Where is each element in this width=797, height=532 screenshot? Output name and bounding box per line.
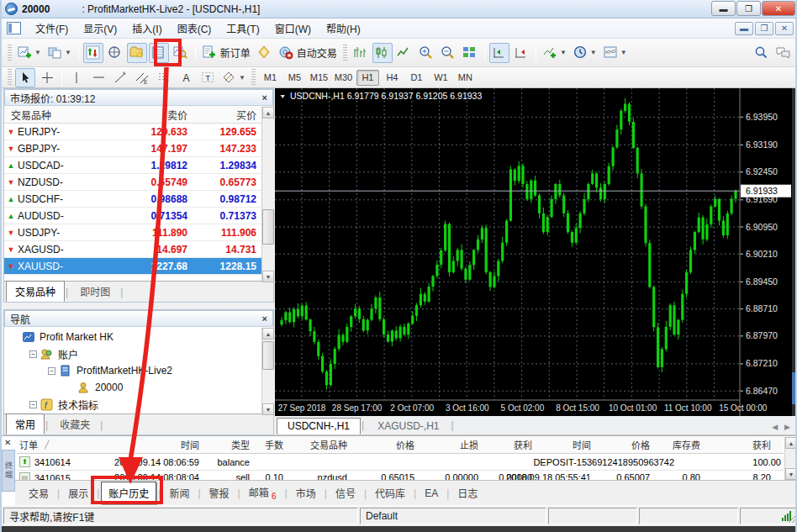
metaeditor-button[interactable] — [255, 43, 275, 63]
vertical-line-tool-button[interactable] — [66, 68, 87, 87]
navigator-tab-0[interactable]: 常用 — [6, 413, 45, 435]
menu-item-4[interactable]: 工具(T) — [219, 21, 267, 38]
menu-item-5[interactable]: 窗口(W) — [267, 21, 319, 38]
header-cell-3[interactable]: 手数 — [252, 436, 286, 453]
terminal-button[interactable] — [149, 43, 169, 63]
new-order-button[interactable]: 新订单 — [200, 43, 253, 63]
menu-item-1[interactable]: 显示(V) — [76, 21, 124, 38]
terminal-tab-3[interactable]: 新闻 — [162, 482, 196, 503]
market-watch-row[interactable]: ▼EURJPY-129.633129.655 — [4, 124, 273, 140]
community-chat-button[interactable] — [773, 43, 793, 63]
terminal-tab-7[interactable]: 信号 — [329, 482, 362, 503]
timeframe-button-w1[interactable]: W1 — [430, 70, 452, 86]
auto-trading-button[interactable]: 自动交易 — [277, 43, 340, 63]
chart-tab-1[interactable]: XAGUSD-,H1 — [367, 418, 450, 435]
timeframe-button-h4[interactable]: H4 — [381, 70, 404, 86]
child-restore-button[interactable]: ❐ — [755, 22, 773, 35]
bar-chart-button[interactable] — [351, 43, 371, 63]
cursor-tool-button[interactable] — [15, 68, 35, 87]
header-cell-0[interactable]: 订单╱ — [17, 436, 87, 453]
candlestick-button[interactable] — [372, 43, 393, 63]
line-chart-button[interactable] — [394, 43, 414, 63]
navigator-scrollbar[interactable]: ▲ ▼ — [261, 328, 274, 415]
market-watch-close-icon[interactable]: × — [262, 92, 267, 103]
market-watch-scrollbar[interactable]: ▲ ▼ — [261, 107, 274, 282]
chart-tab-scroll[interactable]: ◀▶ — [772, 423, 790, 435]
terminal-tab-2[interactable]: 账户历史 — [101, 482, 156, 504]
search-button[interactable] — [751, 43, 771, 63]
market-watch-row[interactable]: ▼XAUUSD-1227.681228.15 — [4, 258, 273, 275]
periods-button[interactable]: ▼ — [571, 43, 599, 63]
timeframe-button-m30[interactable]: M30 — [332, 70, 355, 86]
minimize-button[interactable]: ▬ — [711, 1, 736, 16]
templates-button[interactable]: ▼ — [601, 43, 630, 63]
text-tool-button[interactable]: A — [176, 68, 196, 87]
strategy-tester-button[interactable] — [171, 43, 191, 63]
tree-collapse-icon[interactable]: − — [29, 401, 37, 408]
profiles-button[interactable]: ▼ — [45, 43, 74, 63]
header-cell-5[interactable]: 价格 — [350, 436, 417, 453]
terminal-scrollbar[interactable]: ▲ ▼ — [784, 437, 797, 480]
timeframe-button-m15[interactable]: M15 — [308, 70, 330, 86]
terminal-tab-8[interactable]: 代码库 — [368, 482, 412, 503]
indicators-button[interactable]: ▼ — [541, 43, 569, 63]
timeframe-button-m1[interactable]: M1 — [259, 70, 282, 86]
header-cell-11[interactable]: 获利 — [703, 436, 773, 453]
horizontal-line-tool-button[interactable] — [88, 68, 108, 87]
header-cell-10[interactable]: 库存费 — [652, 436, 703, 453]
navigator-tab-1[interactable]: 收藏夹 — [50, 413, 99, 435]
terminal-tab-1[interactable]: 展示 — [61, 482, 95, 503]
header-cell-9[interactable]: 价格 — [594, 436, 652, 453]
chart-window-icon[interactable] — [7, 22, 21, 34]
menu-item-0[interactable]: 文件(F) — [28, 21, 76, 38]
header-cell-6[interactable]: 止损 — [417, 436, 481, 453]
scroll-left-icon[interactable]: ◀ — [772, 423, 778, 431]
channel-tool-button[interactable]: E — [132, 68, 152, 87]
tile-windows-button[interactable] — [460, 43, 480, 63]
navigator-item-2[interactable]: −ProfitMarketHK-Live2 — [4, 362, 273, 379]
crosshair-tool-button[interactable] — [37, 68, 57, 87]
data-window-button[interactable] — [105, 43, 125, 63]
chart-shift-button[interactable] — [511, 43, 531, 63]
terminal-close-icon[interactable]: ✕ — [4, 438, 11, 447]
market-watch-button[interactable] — [83, 43, 103, 63]
restore-button[interactable]: ❐ — [736, 1, 761, 16]
terminal-tab-9[interactable]: EA — [418, 484, 445, 503]
child-minimize-button[interactable]: ▬ — [735, 22, 753, 35]
terminal-tab-5[interactable]: 邮箱 6 — [242, 482, 283, 504]
zoom-in-button[interactable] — [416, 43, 436, 63]
market-watch-row[interactable]: ▼XAGUSD-14.69714.731 — [4, 241, 273, 258]
shapes-tool-button[interactable]: ▼ — [219, 68, 248, 87]
menu-item-6[interactable]: 帮助(H) — [319, 21, 368, 38]
timeframe-button-h1[interactable]: H1 — [356, 70, 379, 86]
navigator-item-4[interactable]: −f技术指标 — [4, 396, 273, 413]
header-cell-8[interactable]: 时间 — [535, 436, 594, 453]
menu-item-3[interactable]: 图表(C) — [170, 21, 219, 38]
tree-collapse-icon[interactable]: − — [48, 367, 55, 375]
trendline-tool-button[interactable] — [110, 68, 130, 87]
terminal-tab-6[interactable]: 市场 — [289, 482, 323, 503]
market-watch-row[interactable]: ▼GBPJPY-147.197147.233 — [4, 140, 273, 157]
terminal-grip[interactable]: 终端 — [2, 450, 15, 492]
price-chart[interactable]: 6.939506.931906.924506.916906.909506.902… — [275, 88, 792, 416]
market-watch-row[interactable]: ▲AUDUSD-0.713540.71373 — [4, 208, 273, 224]
timeframe-button-d1[interactable]: D1 — [405, 70, 428, 86]
terminal-tab-10[interactable]: 日志 — [451, 482, 484, 503]
scroll-right-icon[interactable]: ▶ — [784, 423, 790, 431]
header-cell-4[interactable]: 交易品种 — [286, 436, 350, 453]
market-watch-row[interactable]: ▲USDCHF-0.986880.98712 — [4, 191, 273, 208]
header-cell-1[interactable]: 时间 — [87, 436, 202, 453]
child-close-button[interactable]: ✕ — [775, 22, 794, 35]
market-watch-tab-1[interactable]: 即时图 — [71, 281, 119, 302]
resize-grip[interactable] — [787, 513, 797, 524]
new-chart-button[interactable]: ▼ — [15, 43, 44, 63]
timeframe-button-mn[interactable]: MN — [454, 70, 477, 86]
market-watch-row[interactable]: ▲USDCAD-1.298121.29834 — [4, 157, 273, 174]
navigator-item-1[interactable]: −账户 — [4, 345, 273, 362]
history-row-balance[interactable]: ⬆34106142018.09.14 08:06:59balanceDEPOSI… — [17, 454, 784, 471]
navigator-item-0[interactable]: Profit Market HK — [4, 329, 273, 345]
label-tool-button[interactable]: T — [198, 68, 218, 87]
auto-scroll-button[interactable] — [489, 43, 509, 63]
close-button[interactable]: ✕ — [762, 1, 795, 16]
terminal-tab-0[interactable]: 交易 — [22, 482, 55, 503]
